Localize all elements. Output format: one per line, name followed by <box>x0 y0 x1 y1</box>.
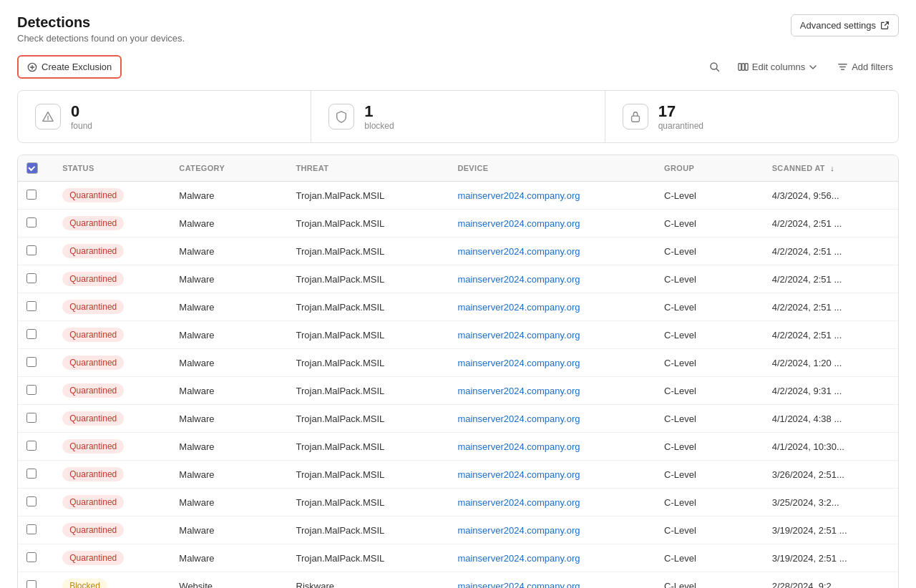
column-header-scanned-at[interactable]: SCANNED AT ↓ <box>764 155 898 182</box>
device-link[interactable]: mainserver2024.company.org <box>457 469 580 480</box>
search-button[interactable] <box>706 59 723 76</box>
device-link[interactable]: mainserver2024.company.org <box>457 358 580 368</box>
row-checkbox[interactable] <box>26 357 36 367</box>
table-row[interactable]: Quarantined Malware Trojan.MalPack.MSIL … <box>18 405 898 433</box>
row-scanned-at: 4/1/2024, 4:38 ... <box>764 405 898 433</box>
table-header-checkbox[interactable] <box>18 155 54 182</box>
row-threat: Trojan.MalPack.MSIL <box>288 516 449 544</box>
device-link[interactable]: mainserver2024.company.org <box>457 190 580 201</box>
row-checkbox-cell[interactable] <box>18 516 54 544</box>
device-link[interactable]: mainserver2024.company.org <box>457 581 580 589</box>
table-row[interactable]: Quarantined Malware Trojan.MalPack.MSIL … <box>18 321 898 349</box>
row-device[interactable]: mainserver2024.company.org <box>449 489 656 516</box>
row-checkbox[interactable] <box>26 524 36 534</box>
row-checkbox[interactable] <box>26 301 36 311</box>
table-row[interactable]: Quarantined Malware Trojan.MalPack.MSIL … <box>18 349 898 377</box>
row-checkbox-cell[interactable] <box>18 572 54 589</box>
row-checkbox[interactable] <box>26 273 36 283</box>
row-checkbox-cell[interactable] <box>18 544 54 572</box>
table-row[interactable]: Quarantined Malware Trojan.MalPack.MSIL … <box>18 182 898 210</box>
row-status: Quarantined <box>54 489 170 516</box>
device-link[interactable]: mainserver2024.company.org <box>457 246 580 257</box>
row-group: C-Level <box>656 321 764 349</box>
status-badge: Quarantined <box>62 383 124 398</box>
row-checkbox[interactable] <box>26 245 36 255</box>
table-row[interactable]: Quarantined Malware Trojan.MalPack.MSIL … <box>18 489 898 516</box>
table-row[interactable]: Quarantined Malware Trojan.MalPack.MSIL … <box>18 293 898 321</box>
row-category: Malware <box>170 349 287 377</box>
row-checkbox-cell[interactable] <box>18 489 54 516</box>
row-checkbox-cell[interactable] <box>18 293 54 321</box>
row-checkbox-cell[interactable] <box>18 433 54 461</box>
search-icon <box>709 62 721 73</box>
row-device[interactable]: mainserver2024.company.org <box>449 349 656 377</box>
row-checkbox[interactable] <box>26 190 36 200</box>
device-link[interactable]: mainserver2024.company.org <box>457 553 580 564</box>
row-status: Quarantined <box>54 210 170 237</box>
row-checkbox[interactable] <box>26 580 36 589</box>
device-link[interactable]: mainserver2024.company.org <box>457 330 580 340</box>
table-row[interactable]: Blocked Website Riskware mainserver2024.… <box>18 572 898 589</box>
row-device[interactable]: mainserver2024.company.org <box>449 572 656 589</box>
row-threat: Riskware <box>288 572 449 589</box>
table-row[interactable]: Quarantined Malware Trojan.MalPack.MSIL … <box>18 544 898 572</box>
row-device[interactable]: mainserver2024.company.org <box>449 237 656 265</box>
row-device[interactable]: mainserver2024.company.org <box>449 265 656 293</box>
device-link[interactable]: mainserver2024.company.org <box>457 274 580 285</box>
row-checkbox-cell[interactable] <box>18 237 54 265</box>
row-device[interactable]: mainserver2024.company.org <box>449 405 656 433</box>
device-link[interactable]: mainserver2024.company.org <box>457 525 580 536</box>
table-row[interactable]: Quarantined Malware Trojan.MalPack.MSIL … <box>18 377 898 405</box>
table-row[interactable]: Quarantined Malware Trojan.MalPack.MSIL … <box>18 237 898 265</box>
plus-circle-icon <box>27 62 37 72</box>
row-scanned-at: 3/25/2024, 3:2... <box>764 489 898 516</box>
table-row[interactable]: Quarantined Malware Trojan.MalPack.MSIL … <box>18 210 898 237</box>
row-checkbox-cell[interactable] <box>18 321 54 349</box>
row-checkbox[interactable] <box>26 329 36 339</box>
row-checkbox-cell[interactable] <box>18 377 54 405</box>
advanced-settings-button[interactable]: Advanced settings <box>791 14 899 36</box>
select-all-checkbox[interactable] <box>26 162 38 174</box>
svg-rect-2 <box>739 64 741 70</box>
row-checkbox-cell[interactable] <box>18 210 54 237</box>
row-checkbox-cell[interactable] <box>18 461 54 489</box>
row-checkbox-cell[interactable] <box>18 349 54 377</box>
row-checkbox[interactable] <box>26 469 36 479</box>
table-row[interactable]: Quarantined Malware Trojan.MalPack.MSIL … <box>18 433 898 461</box>
table-row[interactable]: Quarantined Malware Trojan.MalPack.MSIL … <box>18 265 898 293</box>
row-checkbox[interactable] <box>26 441 36 451</box>
device-link[interactable]: mainserver2024.company.org <box>457 302 580 313</box>
row-device[interactable]: mainserver2024.company.org <box>449 293 656 321</box>
row-group: C-Level <box>656 489 764 516</box>
row-device[interactable]: mainserver2024.company.org <box>449 544 656 572</box>
row-device[interactable]: mainserver2024.company.org <box>449 516 656 544</box>
row-checkbox[interactable] <box>26 413 36 423</box>
row-checkbox[interactable] <box>26 496 36 506</box>
row-group: C-Level <box>656 349 764 377</box>
table-row[interactable]: Quarantined Malware Trojan.MalPack.MSIL … <box>18 461 898 489</box>
row-checkbox[interactable] <box>26 217 36 227</box>
device-link[interactable]: mainserver2024.company.org <box>457 413 580 424</box>
table-row[interactable]: Quarantined Malware Trojan.MalPack.MSIL … <box>18 516 898 544</box>
add-filters-button[interactable]: Add filters <box>832 59 899 75</box>
row-checkbox-cell[interactable] <box>18 265 54 293</box>
row-device[interactable]: mainserver2024.company.org <box>449 210 656 237</box>
row-checkbox[interactable] <box>26 385 36 395</box>
row-device[interactable]: mainserver2024.company.org <box>449 377 656 405</box>
row-device[interactable]: mainserver2024.company.org <box>449 321 656 349</box>
row-device[interactable]: mainserver2024.company.org <box>449 182 656 210</box>
status-badge: Quarantined <box>62 439 124 454</box>
row-checkbox-cell[interactable] <box>18 405 54 433</box>
status-badge: Quarantined <box>62 328 124 342</box>
row-device[interactable]: mainserver2024.company.org <box>449 461 656 489</box>
device-link[interactable]: mainserver2024.company.org <box>457 441 580 452</box>
edit-columns-button[interactable]: Edit columns <box>732 59 823 75</box>
status-badge: Quarantined <box>62 467 124 481</box>
row-checkbox[interactable] <box>26 552 36 562</box>
device-link[interactable]: mainserver2024.company.org <box>457 497 580 508</box>
device-link[interactable]: mainserver2024.company.org <box>457 386 580 396</box>
device-link[interactable]: mainserver2024.company.org <box>457 218 580 229</box>
row-device[interactable]: mainserver2024.company.org <box>449 433 656 461</box>
row-checkbox-cell[interactable] <box>18 182 54 210</box>
create-exclusion-button[interactable]: Create Exclusion <box>17 55 122 79</box>
